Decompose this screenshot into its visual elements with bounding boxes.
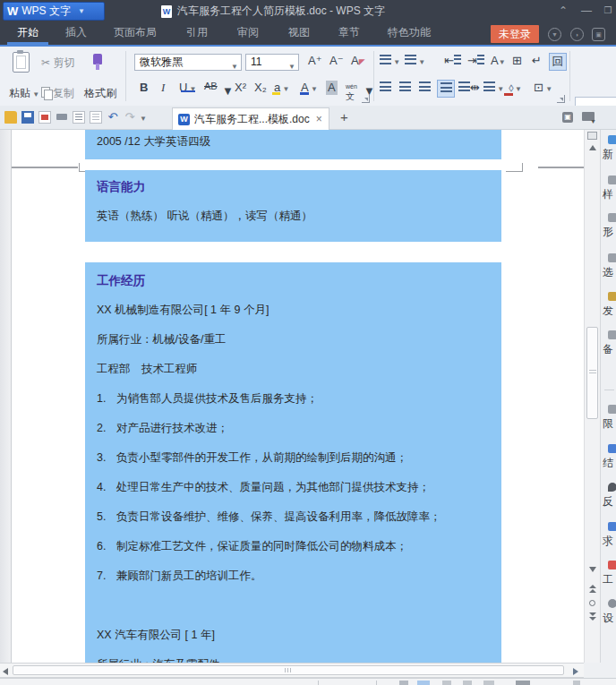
skin-icon[interactable]: ▣ [592,28,605,41]
next-page-icon2[interactable] [589,617,596,621]
justify-button[interactable] [437,80,455,98]
view-mode-icon[interactable] [399,681,408,685]
doc-block-education[interactable]: 2005 /12 大学英语四级 [85,130,501,159]
export-pdf-icon[interactable] [38,111,51,124]
superscript-button[interactable]: X² [235,81,246,94]
view-mode-icon[interactable] [463,681,472,685]
italic-button[interactable]: I [161,81,165,95]
maximize-button[interactable]: ❐ [598,0,616,21]
view-mode-active-icon[interactable] [417,681,430,685]
panel-item-tools[interactable]: 工 [602,561,616,587]
paste-button[interactable]: 粘贴 ▼ [9,86,39,101]
font-color-button[interactable]: A ▼ [301,81,318,95]
wrap-mark-icon[interactable]: ↵ [532,54,542,67]
decrease-indent-button[interactable]: ⇤ [444,54,461,67]
panel-item-limit[interactable]: 限 [602,405,616,432]
shading-button[interactable]: ⬨ ▼ [509,81,522,96]
print-icon[interactable] [56,111,68,124]
font-name-select[interactable]: 微软雅黑▼ [134,54,242,71]
scroll-left-icon[interactable] [3,668,8,675]
print-preview-icon[interactable] [73,111,85,124]
align-right-button[interactable] [419,81,431,94]
redo-icon[interactable]: ↷ [124,111,136,124]
cut-button[interactable]: ✂ 剪切 [41,56,74,71]
subscript-button[interactable]: X₂ [254,81,267,94]
zoom-slider-stub[interactable] [573,681,580,685]
increase-indent-button[interactable]: ⇥ [467,54,484,67]
line-spacing-button[interactable]: ▼ [483,81,504,94]
strikethrough-button[interactable]: AB [204,81,218,91]
format-painter-button[interactable]: 格式刷 [84,86,116,101]
new-tab-button[interactable]: + [340,109,348,124]
clear-format-button[interactable]: A◤ [351,54,365,67]
ruler-toggle-icon[interactable] [587,132,597,140]
doc-block-language[interactable]: 语言能力 英语（熟练） 听说（精通），读写（精通） [85,170,501,242]
panel-item-new[interactable]: 新 [602,135,616,162]
spellcheck-doc-icon[interactable] [90,111,102,124]
minimize-button[interactable]: — [577,0,596,21]
scroll-down-icon[interactable] [589,567,596,572]
text-direction-button[interactable]: A▼ [491,54,506,67]
wps-app-menu-button[interactable]: W WPS 文字 ▼ [3,2,105,21]
close-tab-icon[interactable]: × [316,113,322,125]
scroll-up-icon[interactable] [589,145,596,150]
collapse-ribbon-button[interactable]: ⌃ [553,0,573,21]
paragraph-dialog-launcher[interactable] [557,95,565,103]
tab-home[interactable]: 开始 [13,22,43,42]
decrease-font-button[interactable]: A⁻ [329,54,344,67]
undo-icon[interactable]: ↶ [107,111,119,124]
select-browse-object-icon[interactable] [589,600,595,606]
open-icon[interactable] [4,111,17,124]
next-page-icon[interactable] [589,612,596,616]
view-mode-icon[interactable] [483,681,494,685]
view-mode-icon[interactable] [442,681,451,685]
document-canvas[interactable]: 2005 /12 大学英语四级 语言能力 英语（熟练） 听说（精通），读写（精通… [12,130,584,663]
table-grid-icon[interactable]: ⊞ [512,54,522,67]
tab-special-features[interactable]: 特色功能 [383,22,435,42]
feedback-icon[interactable]: ◗ [570,28,584,41]
panel-item-style[interactable]: 样 [602,176,616,202]
phonetic-guide-button[interactable]: wén文 [346,81,357,103]
scroll-right-icon[interactable] [573,668,578,675]
vertical-scroll-thumb[interactable] [586,327,598,419]
numbering-button[interactable]: ▼ [405,54,425,67]
horizontal-scrollbar[interactable] [0,663,584,678]
tab-references[interactable]: 引用 [182,22,212,42]
align-center-button[interactable] [399,81,411,94]
save-icon[interactable] [21,111,34,124]
theme-icon[interactable]: ▼ [548,28,561,41]
tab-view[interactable]: 视图 [284,22,314,42]
login-button[interactable]: 未登录 [491,25,539,43]
panel-item-feedback[interactable]: 反 [602,483,616,509]
borders-button[interactable]: ⊡ ▼ [534,81,552,94]
highlight-button[interactable]: a ▼ [274,81,289,95]
tab-section[interactable]: 章节 [334,22,364,42]
panel-item-select[interactable]: 选 [602,253,616,280]
panel-item-discover[interactable]: 发 [602,292,616,319]
panel-item-structure[interactable]: 结 [602,444,616,471]
distribute-button[interactable]: ⇹ [458,81,480,94]
panel-item-job[interactable]: 求 [602,522,616,549]
increase-font-button[interactable]: A⁺ [308,54,322,67]
toolbar-options-icon[interactable]: ▼ [582,112,595,121]
bullets-button[interactable]: ▼ [380,54,400,67]
underline-button[interactable]: U ▼ [179,81,197,94]
font-size-select[interactable]: 11▼ [245,54,299,71]
tab-review[interactable]: 审阅 [233,22,263,42]
previous-page-icon[interactable] [589,585,596,588]
document-tab[interactable]: W 汽车服务工程...模板.doc × [172,107,329,130]
font-dialog-launcher[interactable] [362,95,370,103]
text-frame-button[interactable]: 回 [549,53,567,71]
panel-item-shape[interactable]: 形 [602,213,616,240]
history-icon[interactable]: ▣ [562,112,573,123]
char-shading-button[interactable]: A [326,81,338,95]
quickbar-dropdown-icon[interactable]: ▼ [140,115,152,127]
vertical-scrollbar[interactable] [584,130,600,663]
previous-page-icon2[interactable] [589,589,596,593]
copy-button[interactable]: 复制 [41,86,74,101]
panel-item-settings[interactable]: 设 [602,599,616,626]
align-left-button[interactable] [380,81,391,94]
tab-insert[interactable]: 插入 [61,22,91,42]
horizontal-scroll-thumb[interactable] [13,665,564,675]
strikethrough-dropdown[interactable]: ▼ [222,84,234,98]
